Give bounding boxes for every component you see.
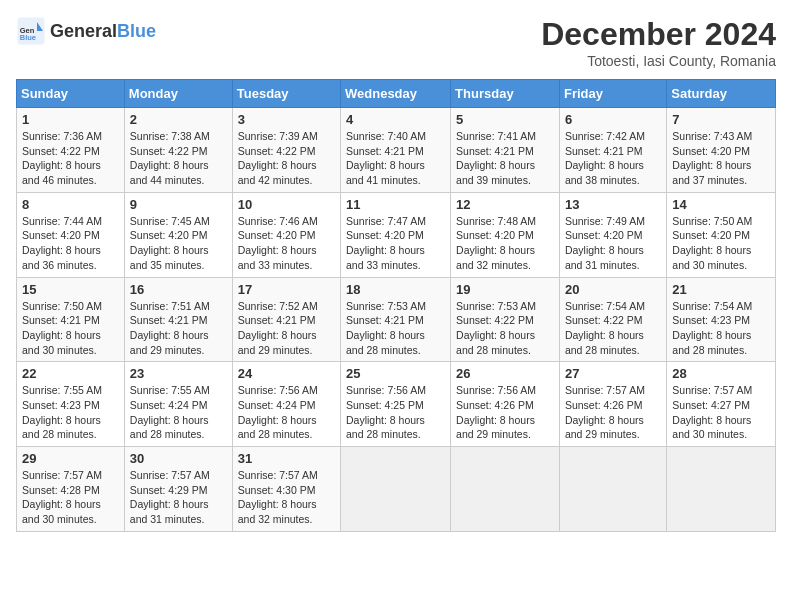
day-number: 25	[346, 366, 445, 381]
day-number: 4	[346, 112, 445, 127]
calendar-cell: 26 Sunrise: 7:56 AM Sunset: 4:26 PM Dayl…	[451, 362, 560, 447]
day-number: 18	[346, 282, 445, 297]
calendar-cell: 15 Sunrise: 7:50 AM Sunset: 4:21 PM Dayl…	[17, 277, 125, 362]
day-info: Sunrise: 7:53 AM Sunset: 4:22 PM Dayligh…	[456, 299, 554, 358]
logo-blue: Blue	[117, 21, 156, 41]
calendar-cell: 24 Sunrise: 7:56 AM Sunset: 4:24 PM Dayl…	[232, 362, 340, 447]
day-info: Sunrise: 7:56 AM Sunset: 4:26 PM Dayligh…	[456, 383, 554, 442]
month-title: December 2024	[541, 16, 776, 53]
week-row-3: 22 Sunrise: 7:55 AM Sunset: 4:23 PM Dayl…	[17, 362, 776, 447]
calendar-cell: 28 Sunrise: 7:57 AM Sunset: 4:27 PM Dayl…	[667, 362, 776, 447]
day-number: 21	[672, 282, 770, 297]
calendar-cell: 25 Sunrise: 7:56 AM Sunset: 4:25 PM Dayl…	[341, 362, 451, 447]
header-wednesday: Wednesday	[341, 80, 451, 108]
day-info: Sunrise: 7:38 AM Sunset: 4:22 PM Dayligh…	[130, 129, 227, 188]
logo-general: General	[50, 21, 117, 41]
day-number: 19	[456, 282, 554, 297]
day-number: 30	[130, 451, 227, 466]
day-number: 22	[22, 366, 119, 381]
day-info: Sunrise: 7:45 AM Sunset: 4:20 PM Dayligh…	[130, 214, 227, 273]
day-number: 20	[565, 282, 661, 297]
day-number: 27	[565, 366, 661, 381]
day-info: Sunrise: 7:39 AM Sunset: 4:22 PM Dayligh…	[238, 129, 335, 188]
svg-text:Blue: Blue	[20, 33, 36, 42]
day-info: Sunrise: 7:57 AM Sunset: 4:27 PM Dayligh…	[672, 383, 770, 442]
day-info: Sunrise: 7:56 AM Sunset: 4:24 PM Dayligh…	[238, 383, 335, 442]
calendar-table: SundayMondayTuesdayWednesdayThursdayFrid…	[16, 79, 776, 532]
day-number: 15	[22, 282, 119, 297]
header-thursday: Thursday	[451, 80, 560, 108]
day-info: Sunrise: 7:46 AM Sunset: 4:20 PM Dayligh…	[238, 214, 335, 273]
day-info: Sunrise: 7:54 AM Sunset: 4:22 PM Dayligh…	[565, 299, 661, 358]
day-info: Sunrise: 7:49 AM Sunset: 4:20 PM Dayligh…	[565, 214, 661, 273]
day-info: Sunrise: 7:51 AM Sunset: 4:21 PM Dayligh…	[130, 299, 227, 358]
day-number: 12	[456, 197, 554, 212]
calendar-cell: 6 Sunrise: 7:42 AM Sunset: 4:21 PM Dayli…	[559, 108, 666, 193]
calendar-cell: 4 Sunrise: 7:40 AM Sunset: 4:21 PM Dayli…	[341, 108, 451, 193]
calendar-cell: 5 Sunrise: 7:41 AM Sunset: 4:21 PM Dayli…	[451, 108, 560, 193]
week-row-4: 29 Sunrise: 7:57 AM Sunset: 4:28 PM Dayl…	[17, 447, 776, 532]
calendar-cell: 13 Sunrise: 7:49 AM Sunset: 4:20 PM Dayl…	[559, 192, 666, 277]
day-info: Sunrise: 7:57 AM Sunset: 4:30 PM Dayligh…	[238, 468, 335, 527]
calendar-cell: 14 Sunrise: 7:50 AM Sunset: 4:20 PM Dayl…	[667, 192, 776, 277]
calendar-cell: 7 Sunrise: 7:43 AM Sunset: 4:20 PM Dayli…	[667, 108, 776, 193]
day-info: Sunrise: 7:50 AM Sunset: 4:21 PM Dayligh…	[22, 299, 119, 358]
day-info: Sunrise: 7:54 AM Sunset: 4:23 PM Dayligh…	[672, 299, 770, 358]
title-area: December 2024 Totoesti, Iasi County, Rom…	[541, 16, 776, 69]
day-info: Sunrise: 7:48 AM Sunset: 4:20 PM Dayligh…	[456, 214, 554, 273]
calendar-cell: 1 Sunrise: 7:36 AM Sunset: 4:22 PM Dayli…	[17, 108, 125, 193]
day-number: 10	[238, 197, 335, 212]
day-info: Sunrise: 7:47 AM Sunset: 4:20 PM Dayligh…	[346, 214, 445, 273]
calendar-cell: 30 Sunrise: 7:57 AM Sunset: 4:29 PM Dayl…	[124, 447, 232, 532]
week-row-0: 1 Sunrise: 7:36 AM Sunset: 4:22 PM Dayli…	[17, 108, 776, 193]
header-saturday: Saturday	[667, 80, 776, 108]
week-row-2: 15 Sunrise: 7:50 AM Sunset: 4:21 PM Dayl…	[17, 277, 776, 362]
day-info: Sunrise: 7:56 AM Sunset: 4:25 PM Dayligh…	[346, 383, 445, 442]
calendar-cell: 29 Sunrise: 7:57 AM Sunset: 4:28 PM Dayl…	[17, 447, 125, 532]
calendar-cell	[341, 447, 451, 532]
header-monday: Monday	[124, 80, 232, 108]
calendar-cell: 21 Sunrise: 7:54 AM Sunset: 4:23 PM Dayl…	[667, 277, 776, 362]
day-number: 17	[238, 282, 335, 297]
day-number: 5	[456, 112, 554, 127]
calendar-cell	[451, 447, 560, 532]
header-sunday: Sunday	[17, 80, 125, 108]
header-friday: Friday	[559, 80, 666, 108]
calendar-cell: 18 Sunrise: 7:53 AM Sunset: 4:21 PM Dayl…	[341, 277, 451, 362]
calendar-cell: 12 Sunrise: 7:48 AM Sunset: 4:20 PM Dayl…	[451, 192, 560, 277]
day-info: Sunrise: 7:36 AM Sunset: 4:22 PM Dayligh…	[22, 129, 119, 188]
header-tuesday: Tuesday	[232, 80, 340, 108]
day-info: Sunrise: 7:55 AM Sunset: 4:24 PM Dayligh…	[130, 383, 227, 442]
day-info: Sunrise: 7:42 AM Sunset: 4:21 PM Dayligh…	[565, 129, 661, 188]
day-number: 2	[130, 112, 227, 127]
day-number: 28	[672, 366, 770, 381]
calendar-cell: 16 Sunrise: 7:51 AM Sunset: 4:21 PM Dayl…	[124, 277, 232, 362]
day-info: Sunrise: 7:43 AM Sunset: 4:20 PM Dayligh…	[672, 129, 770, 188]
day-info: Sunrise: 7:57 AM Sunset: 4:28 PM Dayligh…	[22, 468, 119, 527]
day-info: Sunrise: 7:40 AM Sunset: 4:21 PM Dayligh…	[346, 129, 445, 188]
header: Gen Blue GeneralBlue December 2024 Totoe…	[16, 16, 776, 69]
logo-text: GeneralBlue	[50, 21, 156, 42]
week-row-1: 8 Sunrise: 7:44 AM Sunset: 4:20 PM Dayli…	[17, 192, 776, 277]
calendar-cell: 20 Sunrise: 7:54 AM Sunset: 4:22 PM Dayl…	[559, 277, 666, 362]
day-info: Sunrise: 7:44 AM Sunset: 4:20 PM Dayligh…	[22, 214, 119, 273]
calendar-cell: 3 Sunrise: 7:39 AM Sunset: 4:22 PM Dayli…	[232, 108, 340, 193]
day-number: 13	[565, 197, 661, 212]
day-number: 24	[238, 366, 335, 381]
day-info: Sunrise: 7:57 AM Sunset: 4:26 PM Dayligh…	[565, 383, 661, 442]
day-number: 8	[22, 197, 119, 212]
calendar-cell: 9 Sunrise: 7:45 AM Sunset: 4:20 PM Dayli…	[124, 192, 232, 277]
day-info: Sunrise: 7:50 AM Sunset: 4:20 PM Dayligh…	[672, 214, 770, 273]
day-number: 9	[130, 197, 227, 212]
calendar-cell: 11 Sunrise: 7:47 AM Sunset: 4:20 PM Dayl…	[341, 192, 451, 277]
calendar-cell: 31 Sunrise: 7:57 AM Sunset: 4:30 PM Dayl…	[232, 447, 340, 532]
day-info: Sunrise: 7:52 AM Sunset: 4:21 PM Dayligh…	[238, 299, 335, 358]
day-number: 6	[565, 112, 661, 127]
calendar-cell: 10 Sunrise: 7:46 AM Sunset: 4:20 PM Dayl…	[232, 192, 340, 277]
day-number: 1	[22, 112, 119, 127]
day-info: Sunrise: 7:57 AM Sunset: 4:29 PM Dayligh…	[130, 468, 227, 527]
calendar-header-row: SundayMondayTuesdayWednesdayThursdayFrid…	[17, 80, 776, 108]
day-number: 16	[130, 282, 227, 297]
day-info: Sunrise: 7:55 AM Sunset: 4:23 PM Dayligh…	[22, 383, 119, 442]
day-info: Sunrise: 7:41 AM Sunset: 4:21 PM Dayligh…	[456, 129, 554, 188]
